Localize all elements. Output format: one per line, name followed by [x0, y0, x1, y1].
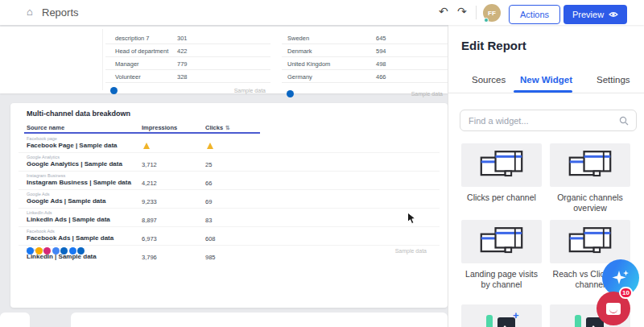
column-header-impressions: Impressions	[142, 124, 177, 131]
undo-icon[interactable]: ↶	[439, 5, 448, 18]
redo-icon[interactable]: ↷	[457, 5, 467, 18]
row-channel: Google Ads	[27, 192, 49, 197]
table-widget-departments[interactable]: description 7 301 Head of department 422…	[105, 31, 270, 83]
column-header-source: Source name	[27, 124, 64, 131]
google-analytics-icon	[35, 247, 43, 255]
row-value: 328	[177, 73, 188, 81]
source-icons	[27, 247, 85, 255]
row-source: Google Ads | Sample data	[27, 197, 105, 205]
preview-button[interactable]: Preview	[564, 5, 627, 24]
row-source: LinkedIn Ads | Sample data	[27, 216, 110, 223]
widget-card-landing-page-visits[interactable]: Landing page visits by channel	[461, 220, 542, 290]
widget-search	[460, 110, 637, 131]
widget-card-partial[interactable]: +	[461, 304, 542, 327]
sort-icon[interactable]: ⇅	[225, 125, 230, 130]
sample-data-label: Sample data	[395, 248, 427, 254]
actions-button[interactable]: Actions	[509, 5, 560, 24]
row-label: Volunteer	[115, 73, 141, 81]
table-row: description 7 301	[105, 31, 270, 44]
table-row: Germany 466	[282, 70, 448, 83]
row-channel: Google Analytics	[27, 155, 60, 159]
row-value: 645	[376, 35, 386, 42]
table-row: Google Analytics Google Analytics | Samp…	[19, 153, 440, 172]
row-label: Manager	[115, 60, 139, 68]
widget-card-organic-channels[interactable]: Organic channels overview	[550, 143, 630, 213]
column-header-clicks-label: Clicks	[205, 124, 223, 131]
table-widget-icon	[568, 149, 613, 181]
header-underline	[24, 132, 260, 134]
row-label: description 7	[115, 35, 150, 42]
tab-new-widget[interactable]: New Widget	[520, 75, 572, 85]
table-widget-icon	[479, 226, 524, 258]
table-row: Google Ads Google Ads | Sample data 9,23…	[19, 190, 440, 209]
row-source: Instagram Business | Sample data	[27, 179, 131, 186]
widget-card-clicks-per-channel[interactable]: Clicks per channel	[461, 143, 542, 203]
tab-sources[interactable]: Sources	[472, 75, 506, 85]
row-channel: LinkedIn Ads	[27, 210, 52, 215]
table-row: LinkedIn Ads LinkedIn Ads | Sample data …	[19, 209, 440, 227]
linkedin-icon	[287, 90, 294, 97]
sparkle-icon	[610, 267, 631, 288]
chat-unread-badge: 10	[619, 287, 633, 299]
table-widget-countries[interactable]: Sweden 645 Denmark 594 United Kingdom 49…	[282, 31, 448, 83]
table-row: Head of department 422	[105, 44, 270, 57]
table-row: Instagram Business Instagram Business | …	[19, 172, 440, 190]
table-row: United Kingdom 498	[282, 57, 448, 70]
linkedin-icon	[77, 247, 85, 255]
warning-icon	[207, 143, 213, 149]
presence-dot	[484, 18, 489, 23]
row-label: Germany	[287, 73, 312, 81]
instagram-icon	[43, 247, 51, 255]
next-widget-stub[interactable]	[0, 313, 30, 327]
card-divider	[102, 29, 103, 90]
table-row: Manager 779	[105, 57, 270, 70]
multi-channel-widget[interactable]: Multi-channel data breakdown Source name…	[10, 103, 448, 308]
linkedin-icon	[110, 87, 118, 94]
home-icon[interactable]: ⌂	[27, 6, 33, 18]
table-widget-icon	[568, 226, 613, 258]
linkedin-ads-icon	[60, 247, 68, 255]
row-source: Facebook Page | Sample data	[27, 142, 118, 149]
row-channel: Instagram Business	[27, 173, 65, 178]
next-widget-stub[interactable]	[71, 313, 448, 327]
preview-button-label: Preview	[572, 10, 604, 19]
panel-title: Edit Report	[461, 39, 526, 52]
row-label: United Kingdom	[287, 60, 330, 68]
warning-icon	[143, 143, 150, 149]
row-label: Sweden	[287, 35, 309, 42]
table-row: Facebook page Facebook Page | Sample dat…	[19, 135, 440, 153]
row-impressions: 6,973	[142, 235, 157, 242]
sample-data-label: Sample data	[234, 88, 266, 93]
row-impressions: 4,212	[142, 180, 157, 187]
row-clicks: 25	[205, 161, 212, 168]
row-value: 301	[177, 35, 188, 42]
row-clicks: 69	[205, 198, 212, 205]
page-title: Reports	[42, 6, 79, 19]
row-label: Denmark	[287, 48, 312, 55]
widget-card-label: Landing page visits by channel	[461, 269, 542, 290]
image-widget-icon: +	[483, 310, 520, 327]
report-page-top-card[interactable]: description 7 301 Head of department 422…	[0, 27, 448, 93]
eye-icon	[609, 10, 618, 19]
table-row: Facebook Ads Facebook Ads | Sample data …	[19, 227, 440, 246]
table-row: Sweden 645	[282, 31, 448, 44]
column-header-clicks: Clicks⇅	[205, 124, 230, 131]
toolbar-divider	[476, 6, 477, 19]
row-label: Head of department	[115, 48, 168, 55]
google-ads-icon	[52, 247, 60, 255]
row-channel: Facebook page	[27, 136, 57, 141]
tab-settings[interactable]: Settings	[597, 75, 630, 85]
table-row: Volunteer 328	[105, 70, 270, 83]
row-value: 594	[376, 48, 386, 55]
widget-title: Multi-channel data breakdown	[27, 110, 130, 118]
row-impressions: 8,897	[142, 217, 157, 224]
table-row: Denmark 594	[282, 44, 448, 57]
widget-card-label: Organic channels overview	[550, 192, 630, 213]
row-value: 779	[177, 60, 188, 68]
table-widget-icon	[479, 149, 524, 181]
row-source: Google Analytics | Sample data	[27, 160, 122, 168]
facebook-icon	[27, 247, 34, 255]
search-input[interactable]	[469, 110, 613, 130]
row-channel: Facebook Ads	[27, 229, 55, 234]
chat-bubble-icon	[606, 303, 621, 315]
